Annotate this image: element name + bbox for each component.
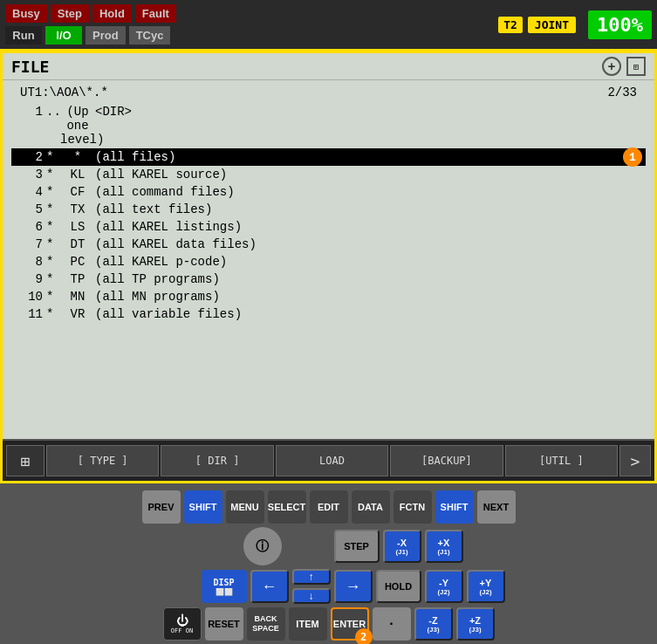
- hold-kbd-button[interactable]: HOLD: [376, 570, 421, 603]
- z-pos-button[interactable]: +Z (J3): [456, 607, 495, 641]
- reset-button[interactable]: RESET: [205, 607, 243, 641]
- file-row[interactable]: 3 * KL (all KAREL source): [11, 166, 646, 183]
- prod-button[interactable]: Prod: [86, 26, 126, 45]
- item-button[interactable]: ITEM: [289, 607, 327, 641]
- power-button[interactable]: ⏻ OFF ON: [163, 607, 202, 641]
- io-button[interactable]: I/O: [45, 26, 82, 45]
- data-button[interactable]: DATA: [352, 490, 390, 524]
- kbd-row-4: ⏻ OFF ON RESET BACKSPACE ITEM ENTER 2 · …: [163, 607, 495, 641]
- next-button[interactable]: NEXT: [477, 490, 516, 524]
- grid-softkey[interactable]: ⊞: [6, 445, 44, 476]
- file-row[interactable]: 5 * TX (all text files): [11, 201, 646, 218]
- edit-button[interactable]: EDIT: [310, 490, 348, 524]
- kbd-row-2: ⓘ STEP -X (J1) +X (J1): [195, 527, 463, 565]
- file-row-selected[interactable]: 2 * * (all files) 1: [11, 148, 646, 166]
- next-softkey[interactable]: >: [619, 445, 651, 476]
- file-row[interactable]: 7 * DT (all KAREL data files): [11, 236, 646, 253]
- joint-badge: JOINT: [528, 17, 576, 33]
- page-info: 2/33: [607, 86, 637, 99]
- file-row[interactable]: 4 * CF (all command files): [11, 183, 646, 201]
- header-icons: + ⊞: [602, 57, 646, 76]
- kbd-row-1: PREV SHIFT MENU SELECT EDIT DATA FCTN SH…: [142, 490, 516, 524]
- dir-softkey[interactable]: [ DIR ]: [161, 445, 273, 476]
- plus-icon[interactable]: +: [602, 57, 621, 76]
- info-button[interactable]: ⓘ: [243, 527, 282, 565]
- file-path: UT1:\AOA\*.*: [20, 86, 108, 99]
- file-row[interactable]: 8 * PC (all KAREL p-code): [11, 253, 646, 271]
- x-neg-button[interactable]: -X (J1): [383, 530, 421, 563]
- softkey-bar: ⊞ [ TYPE ] [ DIR ] LOAD [BACKUP] [UTIL ]…: [3, 439, 654, 481]
- arrow-right-button[interactable]: →: [334, 570, 373, 603]
- status-row1: Busy Step Hold Fault: [5, 4, 176, 23]
- arrow-up-button[interactable]: ↑: [292, 569, 331, 585]
- enter-badge: 2: [355, 628, 373, 644]
- row-badge-1: 1: [623, 147, 642, 167]
- file-title: FILE: [11, 58, 49, 76]
- file-row[interactable]: 10 * MN (all MN programs): [11, 288, 646, 305]
- busy-button[interactable]: Busy: [5, 4, 47, 23]
- x-pos-button[interactable]: +X (J1): [425, 530, 463, 563]
- disp-button[interactable]: DISP ⬜⬜: [202, 570, 247, 603]
- file-row[interactable]: 6 * LS (all KAREL listings): [11, 218, 646, 236]
- fctn-button[interactable]: FCTN: [394, 490, 432, 524]
- select-button[interactable]: SELECT: [268, 490, 306, 524]
- step-kbd-button[interactable]: STEP: [334, 530, 380, 563]
- backspace-button[interactable]: BACKSPACE: [247, 607, 285, 641]
- y-pos-button[interactable]: +Y (J2): [467, 570, 505, 603]
- t2-badge: T2: [498, 17, 523, 33]
- menu-button[interactable]: MENU: [226, 490, 264, 524]
- util-softkey[interactable]: [UTIL ]: [505, 445, 618, 476]
- y-neg-button[interactable]: -Y (J2): [425, 570, 463, 603]
- path-line: UT1:\AOA\*.* 2/33: [11, 86, 646, 99]
- status-buttons-left: Busy Step Hold Fault Run I/O Prod TCyc: [5, 4, 176, 45]
- kbd-row-3: DISP ⬜⬜ ← ↑ ↓ → HOLD -Y (J2) +Y (J2): [153, 569, 505, 604]
- grid-icon[interactable]: ⊞: [626, 57, 646, 76]
- file-listing: UT1:\AOA\*.* 2/33 1 .. (Up one level) <D…: [3, 80, 654, 439]
- arrow-left-button[interactable]: ←: [250, 570, 289, 603]
- percent-badge: 100%: [588, 10, 652, 39]
- file-row[interactable]: 1 .. (Up one level) <DIR>: [11, 103, 646, 148]
- keyboard-area: PREV SHIFT MENU SELECT EDIT DATA FCTN SH…: [0, 483, 657, 644]
- t2-joint-area: T2 JOINT 100%: [498, 10, 652, 39]
- enter-wrapper: ENTER 2: [331, 607, 369, 641]
- status-row2: Run I/O Prod TCyc: [5, 26, 176, 45]
- type-softkey[interactable]: [ TYPE ]: [46, 445, 159, 476]
- hold-button[interactable]: Hold: [92, 4, 132, 23]
- dot-button[interactable]: ·: [373, 607, 411, 641]
- load-softkey[interactable]: LOAD: [276, 445, 388, 476]
- main-screen: FILE + ⊞ UT1:\AOA\*.* 2/33 1 .. (Up one …: [0, 51, 657, 483]
- prev-button[interactable]: PREV: [142, 490, 181, 524]
- arrow-down-button[interactable]: ↓: [292, 588, 331, 604]
- z-neg-button[interactable]: -Z (J3): [414, 607, 453, 641]
- file-header: FILE + ⊞: [3, 53, 654, 80]
- shift-left-button[interactable]: SHIFT: [184, 490, 222, 524]
- run-button[interactable]: Run: [5, 26, 42, 45]
- file-row[interactable]: 11 * VR (all variable files): [11, 305, 646, 323]
- backup-softkey[interactable]: [BACKUP]: [390, 445, 503, 476]
- step-button[interactable]: Step: [51, 4, 89, 23]
- shift-right-button[interactable]: SHIFT: [435, 490, 474, 524]
- status-bar: Busy Step Hold Fault Run I/O Prod TCyc T…: [0, 0, 657, 51]
- fault-button[interactable]: Fault: [135, 4, 176, 23]
- file-row[interactable]: 9 * TP (all TP programs): [11, 271, 646, 288]
- tcyc-button[interactable]: TCyc: [129, 26, 171, 45]
